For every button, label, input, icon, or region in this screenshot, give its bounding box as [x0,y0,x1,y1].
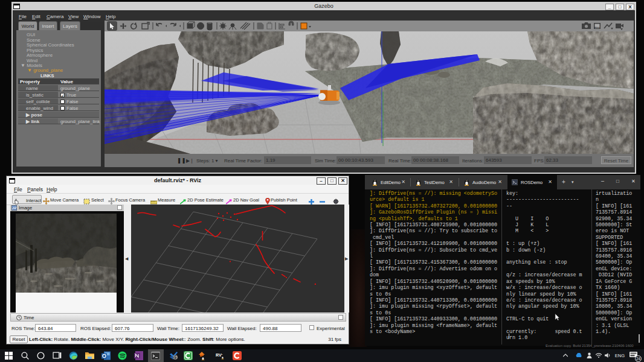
svg-text:15: 15 [173,355,177,359]
svg-text:100: 100 [595,26,600,29]
